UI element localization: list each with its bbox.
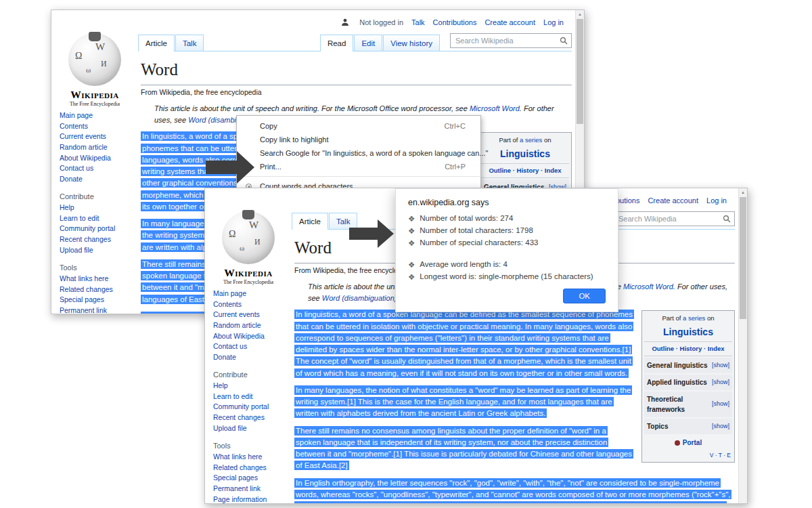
sidebar-item[interactable]: Page information bbox=[213, 495, 284, 504]
user-link[interactable]: Talk bbox=[411, 18, 425, 26]
menu-item-label: Copy link to highlight bbox=[260, 135, 329, 144]
sidebar-item[interactable]: Contribute bbox=[213, 371, 284, 380]
sidebar-item[interactable]: Main page bbox=[213, 289, 284, 298]
sidebar-item[interactable]: Related changes bbox=[60, 285, 130, 294]
scrollbar-thumb[interactable] bbox=[740, 197, 746, 319]
portal-link[interactable]: Portal bbox=[683, 439, 702, 446]
infobox-section-row[interactable]: Applied linguistics [show] bbox=[644, 375, 732, 390]
user-link[interactable]: Contributions bbox=[433, 18, 477, 26]
view-tabs-group: ReadEditView history bbox=[320, 33, 572, 51]
user-link[interactable]: Not logged in bbox=[359, 18, 403, 26]
context-menu-list: Copy Ctrl+C Copy link to highlight Searc… bbox=[237, 119, 480, 173]
sidebar-item[interactable]: About Wikipedia bbox=[213, 332, 284, 341]
infobox-nav-links[interactable]: Outline · History · Index bbox=[644, 341, 732, 356]
page-tabs-row: ArticleTalk ReadEditView history bbox=[138, 30, 572, 51]
infobox-nav-links[interactable]: Outline · History · Index bbox=[481, 163, 569, 178]
sidebar-item[interactable]: Help bbox=[213, 381, 284, 390]
infobox-section-label: General linguistics bbox=[647, 360, 707, 371]
user-link[interactable]: Create account bbox=[648, 196, 698, 205]
scrollbar[interactable]: ▲ bbox=[738, 188, 747, 503]
sidebar-item[interactable]: Permanent link bbox=[213, 484, 284, 493]
search-icon[interactable] bbox=[560, 37, 568, 45]
show-link[interactable]: [show] bbox=[712, 422, 729, 431]
tab[interactable]: Article bbox=[138, 35, 175, 51]
show-link[interactable]: [show] bbox=[712, 400, 729, 409]
sidebar-item[interactable]: Community portal bbox=[60, 224, 130, 233]
context-menu-item[interactable]: Print... Ctrl+P bbox=[237, 160, 480, 173]
globe-glyph: W bbox=[95, 41, 105, 53]
sidebar-item[interactable]: Recent changes bbox=[213, 413, 284, 422]
scrollbar-thumb[interactable] bbox=[577, 19, 583, 124]
wikipedia-tagline: The Free Encyclopedia bbox=[213, 279, 284, 285]
sidebar-nav: Main pageContentsCurrent eventsRandom ar… bbox=[60, 111, 130, 314]
ok-button[interactable]: OK bbox=[563, 289, 606, 303]
sidebar-item[interactable]: Main page bbox=[60, 111, 130, 120]
search-box[interactable] bbox=[450, 33, 572, 48]
sidebar-item[interactable]: Special pages bbox=[60, 295, 130, 304]
sidebar-item[interactable]: Donate bbox=[213, 353, 284, 362]
sidebar-item[interactable]: Contribute bbox=[60, 192, 130, 202]
sidebar-item[interactable]: Contact us bbox=[60, 164, 130, 173]
show-link[interactable]: [show] bbox=[712, 361, 729, 371]
context-menu-item[interactable]: Search Google for "In linguistics, a wor… bbox=[237, 146, 480, 160]
scroll-up-icon[interactable]: ▲ bbox=[576, 10, 584, 18]
sidebar-item[interactable]: Current events bbox=[60, 132, 130, 141]
search-box[interactable] bbox=[613, 211, 735, 226]
sidebar-item[interactable]: Learn to edit bbox=[213, 392, 284, 401]
sidebar-item[interactable]: Random article bbox=[213, 321, 284, 330]
sidebar-item[interactable]: Current events bbox=[213, 310, 284, 319]
globe-glyph: И bbox=[101, 59, 107, 69]
sidebar-item[interactable]: Special pages bbox=[213, 473, 284, 482]
search-icon[interactable] bbox=[723, 215, 731, 223]
sidebar-item[interactable]: What links here bbox=[213, 452, 284, 461]
user-link[interactable]: Log in bbox=[543, 18, 564, 26]
sidebar-item[interactable]: Learn to edit bbox=[60, 214, 130, 223]
namespace-tabs: ArticleTalk bbox=[292, 213, 358, 229]
sidebar-item[interactable]: What links here bbox=[60, 274, 130, 283]
portal-row[interactable]: Portal bbox=[644, 434, 732, 450]
context-menu-item[interactable]: Copy Ctrl+C bbox=[237, 119, 480, 133]
user-link[interactable]: Log in bbox=[706, 196, 727, 205]
tab[interactable]: Edit bbox=[354, 35, 382, 51]
scroll-up-icon[interactable]: ▲ bbox=[739, 188, 747, 196]
tab[interactable]: Article bbox=[292, 213, 328, 230]
context-menu-item[interactable]: Copy link to highlight bbox=[237, 133, 480, 146]
sidebar-item[interactable]: Contact us bbox=[213, 342, 284, 351]
sidebar-item[interactable]: Permanent link bbox=[60, 306, 130, 314]
sidebar-item[interactable]: Related changes bbox=[213, 463, 284, 472]
infobox-section-row[interactable]: General linguistics [show] bbox=[644, 358, 732, 373]
highlighted-text: In linguistics, a word of a spoken langu… bbox=[294, 310, 634, 377]
sidebar-item[interactable]: Community portal bbox=[213, 402, 284, 411]
sidebar-item[interactable]: Recent changes bbox=[60, 235, 130, 244]
sidebar-item[interactable]: Upload file bbox=[213, 424, 284, 433]
infobox-title[interactable]: Linguistics bbox=[644, 325, 732, 339]
search-input[interactable] bbox=[617, 214, 723, 224]
sidebar-item[interactable]: Contents bbox=[213, 300, 284, 309]
sidebar-item[interactable]: Tools bbox=[60, 263, 130, 273]
wikipedia-globe-logo[interactable]: Ω W И ω bbox=[222, 211, 275, 264]
wikipedia-globe-logo[interactable]: Ω W И ω bbox=[68, 33, 121, 86]
user-link[interactable]: Create account bbox=[484, 18, 535, 26]
sidebar-item[interactable]: Donate bbox=[60, 175, 130, 184]
sidebar-item[interactable]: Upload file bbox=[60, 246, 130, 255]
linguistics-infobox: Part of a series on Linguistics Outline … bbox=[641, 310, 735, 462]
vte-links[interactable]: V · T · E bbox=[644, 450, 732, 460]
infobox-section-label: Theoretical frameworks bbox=[647, 394, 712, 415]
highlighted-text: In English orthography, the letter seque… bbox=[294, 478, 731, 504]
menu-item-label: Search Google for "In linguistics, a wor… bbox=[260, 149, 488, 157]
infobox-section-row[interactable]: Topics [show] bbox=[644, 419, 732, 434]
infobox-section-row[interactable]: Theoretical frameworks [show] bbox=[644, 391, 732, 417]
menu-item-shortcut: Ctrl+C bbox=[445, 122, 466, 130]
sidebar-item[interactable]: Help bbox=[60, 203, 130, 212]
tab[interactable]: Talk bbox=[175, 35, 204, 51]
sidebar-item[interactable]: Contents bbox=[60, 122, 130, 131]
sidebar-item[interactable]: Random article bbox=[60, 143, 130, 152]
tab[interactable]: Read bbox=[320, 35, 354, 51]
tab[interactable]: View history bbox=[383, 35, 440, 51]
infobox-title[interactable]: Linguistics bbox=[481, 147, 569, 161]
show-link[interactable]: [show] bbox=[712, 378, 729, 387]
sidebar-item[interactable]: About Wikipedia bbox=[60, 154, 130, 163]
diamond-bullet-icon: ❖ bbox=[408, 226, 415, 236]
sidebar-item[interactable]: Tools bbox=[213, 442, 284, 451]
search-input[interactable] bbox=[454, 36, 560, 45]
